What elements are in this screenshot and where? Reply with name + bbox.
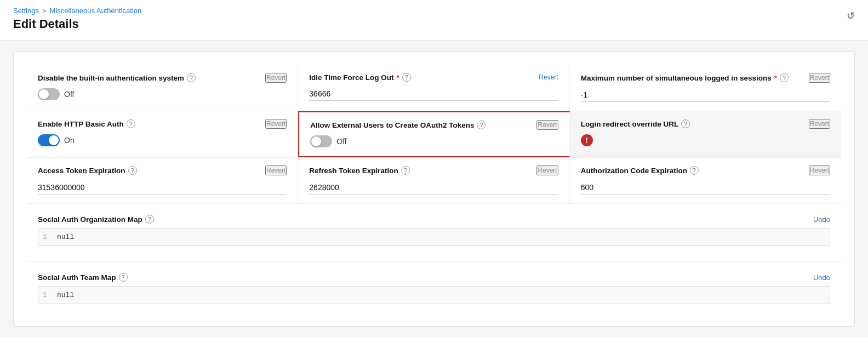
allow-external-users-oauth2-label: Allow External Users to Create OAuth2 To… bbox=[310, 121, 486, 129]
enable-http-basic-auth-toggle-label: On bbox=[64, 136, 75, 145]
max-sessions-revert-btn[interactable]: Revert bbox=[809, 73, 830, 83]
enable-http-basic-auth-label: Enable HTTP Basic Auth ? bbox=[38, 119, 135, 128]
social-auth-team-map-line-num: 1 bbox=[43, 291, 52, 299]
breadcrumb: Settings > Miscellaneous Authentication bbox=[13, 7, 855, 15]
enable-http-basic-auth-toggle-container: On bbox=[38, 134, 287, 146]
max-sessions-input[interactable] bbox=[581, 88, 830, 102]
social-auth-org-map-undo-btn[interactable]: Undo bbox=[813, 215, 830, 224]
access-token-expiration-label: Access Token Expiration ? bbox=[38, 166, 137, 175]
refresh-token-expiration-input[interactable] bbox=[309, 181, 558, 195]
social-auth-org-map-value: null bbox=[57, 233, 74, 241]
history-icon[interactable]: ↺ bbox=[847, 10, 855, 22]
access-token-expiration-cell: Access Token Expiration ? Revert bbox=[27, 158, 298, 203]
refresh-token-expiration-label: Refresh Token Expiration ? bbox=[309, 166, 410, 175]
social-auth-team-map-editor[interactable]: 1 null bbox=[38, 286, 830, 304]
social-auth-team-map-label: Social Auth Team Map ? bbox=[38, 273, 128, 282]
refresh-token-expiration-help-icon[interactable]: ? bbox=[401, 166, 410, 175]
login-redirect-url-revert-btn[interactable]: Revert bbox=[809, 119, 830, 129]
idle-time-revert-btn[interactable]: Revert bbox=[539, 73, 558, 81]
social-auth-team-map-value: null bbox=[57, 291, 74, 299]
social-auth-team-map-help-icon[interactable]: ? bbox=[119, 273, 128, 282]
idle-time-cell: Idle Time Force Log Out * ? Revert bbox=[298, 65, 569, 111]
access-token-expiration-input[interactable] bbox=[38, 181, 287, 195]
idle-time-help-icon[interactable]: ? bbox=[402, 73, 411, 82]
breadcrumb-separator: > bbox=[42, 7, 47, 15]
disable-builtin-auth-toggle-label: Off bbox=[64, 90, 74, 99]
idle-time-input[interactable] bbox=[309, 87, 558, 101]
refresh-token-expiration-cell: Refresh Token Expiration ? Revert bbox=[298, 158, 569, 203]
social-auth-team-map-undo-btn[interactable]: Undo bbox=[813, 273, 830, 282]
idle-time-label: Idle Time Force Log Out * ? bbox=[309, 73, 411, 82]
authorization-code-expiration-cell: Authorization Code Expiration ? Revert bbox=[570, 158, 841, 203]
allow-external-users-oauth2-toggle[interactable] bbox=[310, 135, 332, 147]
authorization-code-expiration-label: Authorization Code Expiration ? bbox=[581, 166, 699, 175]
allow-external-users-oauth2-toggle-label: Off bbox=[336, 137, 346, 146]
enable-http-basic-auth-cell: Enable HTTP Basic Auth ? Revert On bbox=[27, 111, 298, 157]
disable-builtin-auth-toggle[interactable] bbox=[38, 88, 60, 100]
authorization-code-expiration-help-icon[interactable]: ? bbox=[690, 166, 699, 175]
authorization-code-expiration-revert-btn[interactable]: Revert bbox=[809, 165, 830, 175]
login-redirect-url-label: Login redirect override URL ? bbox=[581, 119, 690, 128]
social-auth-org-map-editor[interactable]: 1 null bbox=[38, 228, 830, 246]
access-token-expiration-revert-btn[interactable]: Revert bbox=[265, 165, 287, 175]
disable-builtin-auth-revert-btn[interactable]: Revert bbox=[265, 73, 287, 83]
disable-builtin-auth-cell: Disable the built-in authentication syst… bbox=[27, 65, 298, 111]
allow-external-users-oauth2-revert-btn[interactable]: Revert bbox=[536, 120, 558, 130]
enable-http-basic-auth-help-icon[interactable]: ? bbox=[127, 119, 135, 128]
allow-external-users-oauth2-help-icon[interactable]: ? bbox=[477, 121, 486, 129]
max-sessions-cell: Maximum number of simultaneous logged in… bbox=[570, 65, 841, 111]
breadcrumb-current: Miscellaneous Authentication bbox=[50, 7, 142, 15]
login-redirect-url-cell: Login redirect override URL ? Revert ! bbox=[570, 111, 841, 157]
max-sessions-help-icon[interactable]: ? bbox=[780, 73, 789, 82]
social-auth-team-map-section: Social Auth Team Map ? Undo 1 null bbox=[27, 261, 841, 313]
access-token-expiration-help-icon[interactable]: ? bbox=[128, 166, 137, 175]
enable-http-basic-auth-revert-btn[interactable]: Revert bbox=[265, 119, 287, 129]
disable-builtin-auth-toggle-container: Off bbox=[38, 88, 287, 100]
disable-builtin-auth-label: Disable the built-in authentication syst… bbox=[38, 73, 196, 82]
social-auth-org-map-help-icon[interactable]: ? bbox=[145, 215, 154, 224]
disable-builtin-auth-help-icon[interactable]: ? bbox=[187, 73, 196, 82]
authorization-code-expiration-input[interactable] bbox=[581, 181, 830, 195]
login-redirect-url-help-icon[interactable]: ? bbox=[681, 119, 690, 128]
allow-external-users-oauth2-toggle-container: Off bbox=[310, 135, 558, 147]
breadcrumb-settings-link[interactable]: Settings bbox=[13, 7, 39, 15]
login-redirect-url-error-icon: ! bbox=[581, 134, 593, 146]
idle-time-required: * bbox=[397, 73, 399, 82]
max-sessions-required: * bbox=[774, 74, 777, 82]
max-sessions-label: Maximum number of simultaneous logged in… bbox=[581, 73, 789, 82]
page-title: Edit Details bbox=[13, 17, 855, 31]
enable-http-basic-auth-toggle[interactable] bbox=[38, 134, 60, 146]
social-auth-org-map-section: Social Auth Organization Map ? Undo 1 nu… bbox=[27, 204, 841, 255]
allow-external-users-oauth2-cell: Allow External Users to Create OAuth2 To… bbox=[298, 111, 569, 157]
social-auth-org-map-line-num: 1 bbox=[43, 233, 52, 241]
social-auth-org-map-label: Social Auth Organization Map ? bbox=[38, 215, 154, 224]
refresh-token-expiration-revert-btn[interactable]: Revert bbox=[536, 165, 558, 175]
